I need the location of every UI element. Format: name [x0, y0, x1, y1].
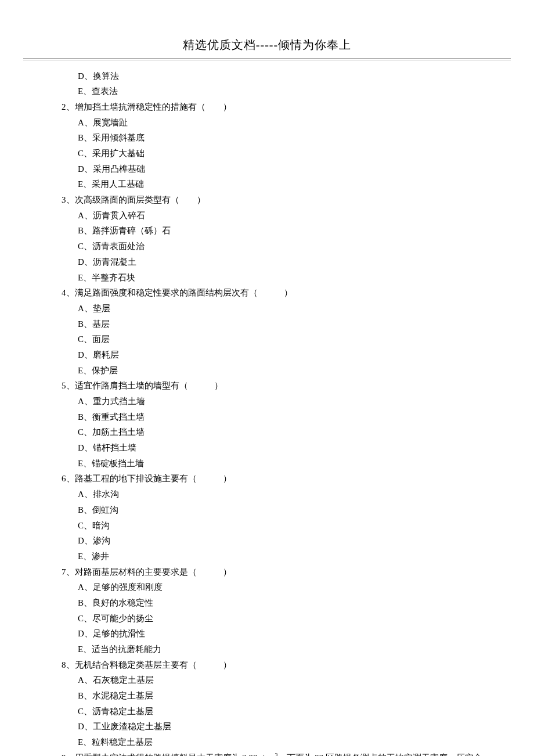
option-item: A、足够的强度和刚度	[50, 579, 488, 595]
question-text-part1: 用重型击实法求得的路堤填料最大干密度为 2.28g/cm	[75, 753, 275, 756]
option-item: D、锚杆挡土墙	[50, 440, 488, 456]
option-item: B、衡重式挡土墙	[50, 409, 488, 425]
option-item: A、重力式挡土墙	[50, 394, 488, 409]
option-item: B、良好的水稳定性	[50, 595, 488, 611]
option-item: D、采用凸榫基础	[50, 161, 488, 177]
header-rule-top	[23, 58, 511, 59]
option-item: B、水泥稳定土基层	[50, 688, 488, 704]
option-item: E、粒料稳定土基层	[50, 735, 488, 750]
question-5: 5、适宜作路肩挡土墙的墙型有（ ）	[50, 378, 488, 394]
option-item: E、锚碇板挡土墙	[50, 456, 488, 471]
question-7: 7、对路面基层材料的主要要求是（ ）	[50, 564, 488, 580]
option-item: D、工业废渣稳定土基层	[50, 719, 488, 735]
option-item: C、采用扩大基础	[50, 146, 488, 161]
question-8: 8、无机结合料稳定类基层主要有（ ）	[50, 657, 488, 673]
question-3: 3、次高级路面的面层类型有（ ）	[50, 192, 488, 208]
option-item: A、排水沟	[50, 487, 488, 502]
option-item: D、沥青混凝土	[50, 254, 488, 270]
question-4: 4、满足路面强度和稳定性要求的路面结构层次有（ ）	[50, 285, 488, 301]
option-item: C、沥青稳定土基层	[50, 704, 488, 719]
option-item: E、渗井	[50, 549, 488, 564]
question-2: 2、增加挡土墙抗滑稳定性的措施有（ ）	[50, 99, 488, 115]
option-item: B、路拌沥青碎（砾）石	[50, 223, 488, 239]
option-item: B、基层	[50, 316, 488, 332]
option-item: E、查表法	[50, 84, 488, 99]
option-item: C、面层	[50, 332, 488, 347]
document-body: D、换算法E、查表法 2、增加挡土墙抗滑稳定性的措施有（ ）A、展宽墙趾B、采用…	[46, 69, 488, 756]
option-item: C、暗沟	[50, 518, 488, 534]
option-item: C、尽可能少的扬尘	[50, 611, 488, 627]
option-item: A、沥青贯入碎石	[50, 208, 488, 224]
option-item: A、石灰稳定土基层	[50, 672, 488, 688]
question-9: 9、用重型击实法求得的路堤填料最大干密度为 2.28g/cm3，下面为 93 区…	[50, 750, 488, 756]
question-6: 6、路基工程的地下排设施主要有（ ）	[50, 471, 488, 487]
option-item: E、采用人工基础	[50, 177, 488, 192]
option-item: A、展宽墙趾	[50, 115, 488, 131]
header-rule-bottom	[23, 60, 511, 60]
question-number: 9	[62, 753, 66, 756]
option-item: C、加筋土挡土墙	[50, 424, 488, 440]
option-item: D、足够的抗滑性	[50, 626, 488, 642]
option-item: B、采用倾斜基底	[50, 130, 488, 146]
option-item: B、倒虹沟	[50, 502, 488, 518]
option-item: D、渗沟	[50, 533, 488, 549]
option-item: D、磨耗层	[50, 347, 488, 363]
option-item: D、换算法	[50, 69, 488, 84]
option-item: A、垫层	[50, 301, 488, 316]
option-item: E、保护层	[50, 363, 488, 379]
option-item: C、沥青表面处治	[50, 239, 488, 254]
page-header: 精选优质文档-----倾情为你奉上	[46, 35, 488, 56]
option-item: E、适当的抗磨耗能力	[50, 642, 488, 657]
option-item: E、半整齐石块	[50, 270, 488, 286]
